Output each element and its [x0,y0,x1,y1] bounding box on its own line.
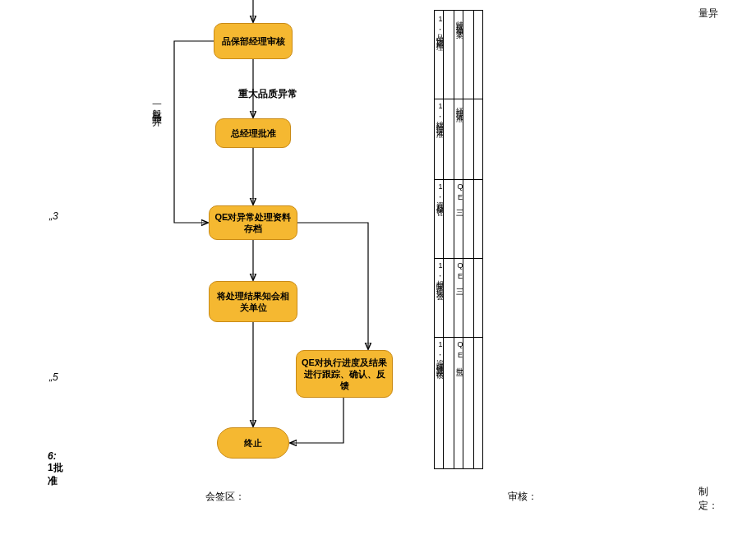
node-end: 终止 [217,427,289,459]
node-notify: 将处理结果知会相关单位 [209,281,297,322]
left-marker-5: „5 [49,371,58,383]
side-cell: QE三 [454,261,465,332]
node-label: QE对异常处理资料存档 [214,211,292,235]
left-marker-3: „3 [49,210,58,222]
side-cell: 経理批准 [454,102,465,174]
review-label: 审核： [508,490,537,504]
side-cell: 特殊処理案 [454,15,465,94]
node-track: QE对执行进度及结果进行跟踪、确认、反馈 [296,350,393,398]
side-cell: 1・総経理批准 [435,102,445,174]
top-right-label: 量异 [698,7,718,21]
side-cell: 1・追跡確認反馈 [435,340,445,463]
side-cell: 1・資料保管 [435,182,445,253]
node-label: 总经理批准 [231,127,276,139]
side-table: 1・品保部経理 1・総経理批准 1・資料保管 1・相関単位知会 1・追跡確認反馈… [434,10,516,468]
side-cell: 1・相関単位知会 [435,261,445,332]
node-label: 终止 [244,437,262,449]
side-cell: QE三 [454,182,465,253]
establish-label: 制定： [698,485,721,513]
left-approve: 1批准 [48,462,72,487]
flow-connectors [0,0,756,544]
node-approve: 总经理批准 [215,118,291,148]
node-label: 品保部经理审核 [222,35,285,47]
node-archive: QE对异常处理资料存档 [209,205,297,240]
label-major-anomaly: 重大品质异常 [238,87,297,101]
side-cell: 1・品保部経理 [435,15,445,94]
label-general-anomaly: 一般品质异 [150,99,164,111]
node-review: 品保部经理审核 [214,23,293,59]
node-label: 将处理结果知会相关单位 [214,290,292,314]
sign-area-label: 会签区： [205,490,245,504]
left-marker-6: 6: [48,450,57,462]
node-label: QE对执行进度及结果进行跟踪、确认、反馈 [302,357,387,392]
side-cell: QE批三 [454,340,465,463]
